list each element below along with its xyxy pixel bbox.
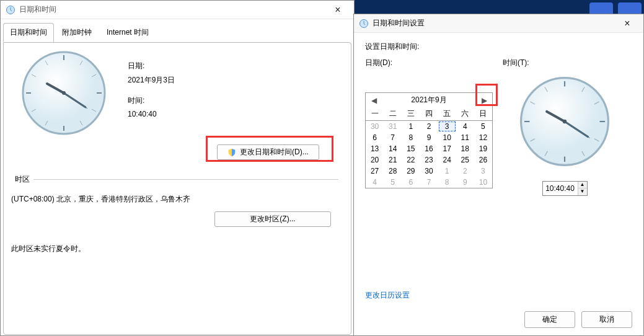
change-timezone-button[interactable]: 更改时区(Z)...	[214, 211, 331, 227]
calendar-day[interactable]: 10	[438, 132, 456, 143]
spin-up-button[interactable]: ▲	[578, 182, 587, 188]
calendar-day[interactable]: 6	[402, 177, 420, 188]
time-value: 10:40:40	[128, 107, 175, 122]
ok-button[interactable]: 确定	[524, 311, 575, 328]
calendar-day[interactable]: 30	[420, 166, 438, 177]
calendar-day[interactable]: 1	[438, 166, 456, 177]
date-time-text: 日期: 2021年9月3日 时间: 10:40:40	[128, 59, 175, 122]
calendar-day[interactable]: 9	[420, 132, 438, 143]
calendar-day[interactable]: 11	[456, 132, 474, 143]
calendar-day[interactable]: 22	[402, 154, 420, 166]
date-label: 日期(D):	[365, 58, 392, 68]
calendar-day[interactable]: 12	[474, 132, 492, 143]
window-title: 日期和时间	[19, 4, 327, 15]
clock-icon	[6, 5, 15, 15]
calendar-day[interactable]: 31	[384, 121, 402, 132]
calendar-body: 3031123456789101112131415161718192021222…	[366, 121, 492, 188]
change-calendar-settings-link[interactable]: 更改日历设置	[365, 291, 410, 299]
time-label: 时间(T):	[503, 58, 627, 68]
calendar-day[interactable]: 5	[474, 121, 492, 132]
time-label: 时间:	[128, 94, 175, 108]
calendar-day[interactable]: 29	[402, 166, 420, 177]
date-value: 2021年9月3日	[128, 73, 175, 87]
window-title: 日期和时间设置	[373, 18, 616, 29]
calendar-day[interactable]: 21	[384, 154, 402, 166]
calendar-day[interactable]: 13	[366, 143, 384, 154]
calendar-day[interactable]: 16	[420, 143, 438, 154]
tab-internet-time[interactable]: Internet 时间	[100, 23, 156, 42]
calendar-day[interactable]: 28	[384, 166, 402, 177]
tabs: 日期和时间 附加时钟 Internet 时间	[3, 23, 351, 42]
calendar-day[interactable]: 18	[456, 143, 474, 154]
spin-down-button[interactable]: ▼	[578, 188, 587, 195]
calendar-day[interactable]: 2	[456, 166, 474, 177]
change-date-time-button[interactable]: 更改日期和时间(D)...	[217, 144, 319, 160]
calendar-day[interactable]: 26	[474, 154, 492, 166]
calendar-day[interactable]: 10	[474, 177, 492, 188]
calendar-day[interactable]: 1	[402, 121, 420, 132]
calendar-day[interactable]: 5	[384, 177, 402, 188]
tab-date-time[interactable]: 日期和时间	[3, 23, 54, 42]
prompt: 设置日期和时间:	[365, 42, 632, 52]
date-label: 日期:	[128, 59, 175, 73]
dst-note: 此时区未实行夏令时。	[11, 244, 86, 254]
prev-month-button[interactable]: ◀	[369, 96, 378, 105]
calendar-day[interactable]: 3	[474, 166, 492, 177]
calendar-day[interactable]: 15	[402, 143, 420, 154]
calendar-day[interactable]: 6	[366, 132, 384, 143]
close-button[interactable]: ×	[616, 18, 638, 29]
calendar-day[interactable]: 8	[402, 132, 420, 143]
calendar-day[interactable]: 24	[438, 154, 456, 166]
calendar-day[interactable]: 23	[420, 154, 438, 166]
calendar-day[interactable]: 4	[366, 177, 384, 188]
calendar-day[interactable]: 20	[366, 154, 384, 166]
calendar-dow: 一 二 三 四 五 六 日	[366, 107, 492, 121]
calendar-day[interactable]: 7	[384, 132, 402, 143]
time-spinner: ▲ ▼	[542, 181, 588, 196]
calendar-day[interactable]: 17	[438, 143, 456, 154]
uac-shield-icon	[227, 148, 236, 157]
cancel-button[interactable]: 取消	[581, 311, 632, 328]
svg-point-19	[62, 91, 66, 95]
date-time-settings-window: 日期和时间设置 × 设置日期和时间: 日期(D): ◀ 2021年9月 ▶ 一 …	[353, 14, 644, 336]
clock-icon	[359, 19, 369, 29]
calendar-title[interactable]: 2021年9月	[378, 95, 480, 105]
analog-clock	[17, 46, 110, 139]
tab-additional-clocks[interactable]: 附加时钟	[55, 23, 99, 42]
calendar-day[interactable]: 27	[366, 166, 384, 177]
calendar-day[interactable]: 19	[474, 143, 492, 154]
calendar-day[interactable]: 9	[456, 177, 474, 188]
analog-clock	[515, 72, 614, 171]
next-month-button[interactable]: ▶	[480, 96, 488, 105]
close-button[interactable]: ×	[327, 4, 349, 15]
calendar: ◀ 2021年9月 ▶ 一 二 三 四 五 六 日 30311234567891…	[365, 92, 493, 188]
calendar-day[interactable]: 7	[420, 177, 438, 188]
calendar-day[interactable]: 25	[456, 154, 474, 166]
calendar-day[interactable]: 8	[438, 177, 456, 188]
time-input[interactable]	[543, 182, 578, 195]
timezone-value: (UTC+08:00) 北京，重庆，香港特别行政区，乌鲁木齐	[11, 194, 190, 205]
timezone-header: 时区	[15, 174, 338, 185]
calendar-day[interactable]: 30	[366, 121, 384, 132]
date-time-window: 日期和时间 × 日期和时间 附加时钟 Internet 时间	[0, 0, 355, 336]
svg-point-37	[563, 120, 567, 123]
calendar-day[interactable]: 4	[456, 121, 474, 132]
calendar-day[interactable]: 3	[438, 121, 456, 132]
calendar-day[interactable]: 2	[420, 121, 438, 132]
calendar-day[interactable]: 14	[384, 143, 402, 154]
